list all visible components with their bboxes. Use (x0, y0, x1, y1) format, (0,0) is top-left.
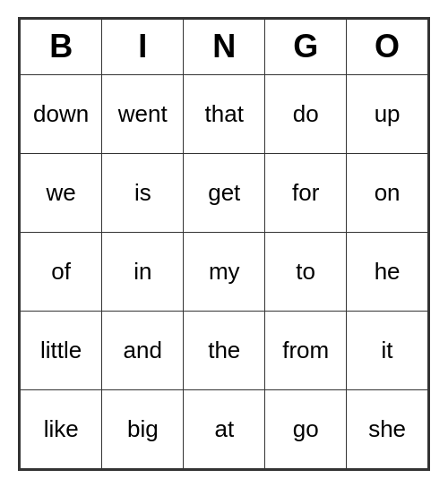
bingo-row-2: ofinmytohe (21, 232, 428, 311)
cell-4-0[interactable]: like (21, 389, 102, 468)
cell-0-4[interactable]: up (347, 74, 428, 153)
cell-2-3[interactable]: to (265, 232, 347, 311)
cell-2-0[interactable]: of (21, 232, 102, 311)
cell-3-2[interactable]: the (184, 311, 265, 389)
cell-0-0[interactable]: down (21, 74, 102, 153)
cell-0-2[interactable]: that (184, 74, 265, 153)
header-n: N (184, 19, 265, 74)
cell-4-2[interactable]: at (184, 389, 265, 468)
bingo-row-4: likebigatgoshe (21, 389, 428, 468)
header-b: B (21, 19, 102, 74)
cell-3-3[interactable]: from (265, 311, 347, 389)
bingo-table: BINGO downwentthatdoupweisgetforonofinmy… (20, 19, 428, 469)
header-row: BINGO (21, 19, 428, 74)
cell-0-1[interactable]: went (102, 74, 184, 153)
cell-4-3[interactable]: go (265, 389, 347, 468)
cell-3-1[interactable]: and (102, 311, 184, 389)
cell-2-4[interactable]: he (347, 232, 428, 311)
bingo-row-0: downwentthatdoup (21, 74, 428, 153)
header-g: G (265, 19, 347, 74)
cell-1-3[interactable]: for (265, 153, 347, 232)
bingo-card: BINGO downwentthatdoupweisgetforonofinmy… (18, 17, 430, 471)
bingo-row-1: weisgetforon (21, 153, 428, 232)
cell-4-1[interactable]: big (102, 389, 184, 468)
cell-3-4[interactable]: it (347, 311, 428, 389)
cell-1-1[interactable]: is (102, 153, 184, 232)
cell-1-2[interactable]: get (184, 153, 265, 232)
cell-4-4[interactable]: she (347, 389, 428, 468)
cell-1-4[interactable]: on (347, 153, 428, 232)
cell-0-3[interactable]: do (265, 74, 347, 153)
bingo-row-3: littleandthefromit (21, 311, 428, 389)
header-o: O (347, 19, 428, 74)
cell-3-0[interactable]: little (21, 311, 102, 389)
cell-2-1[interactable]: in (102, 232, 184, 311)
cell-2-2[interactable]: my (184, 232, 265, 311)
header-i: I (102, 19, 184, 74)
cell-1-0[interactable]: we (21, 153, 102, 232)
